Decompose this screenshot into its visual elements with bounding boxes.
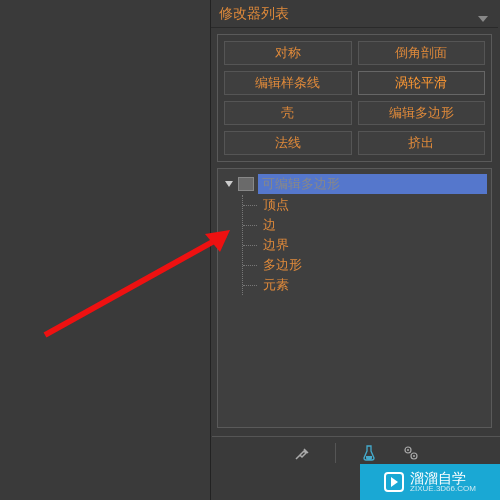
configure-icon[interactable] bbox=[402, 444, 420, 462]
tree-item-element[interactable]: 元素 bbox=[243, 275, 487, 295]
watermark-label: 溜溜自学 bbox=[410, 471, 476, 485]
button-row: 对称 倒角剖面 bbox=[224, 41, 485, 65]
button-row: 法线 挤出 bbox=[224, 131, 485, 155]
button-row: 壳 编辑多边形 bbox=[224, 101, 485, 125]
tree-children: 顶点 边 边界 多边形 元素 bbox=[242, 195, 487, 295]
modifier-buttons-frame: 对称 倒角剖面 编辑样条线 涡轮平滑 壳 编辑多边形 法线 挤出 bbox=[217, 34, 492, 162]
tree-item-vertex[interactable]: 顶点 bbox=[243, 195, 487, 215]
tree-item-label: 多边形 bbox=[263, 256, 302, 274]
watermark-text: 溜溜自学 ZIXUE.3D66.COM bbox=[410, 471, 476, 493]
editable-poly-icon bbox=[238, 177, 254, 191]
play-icon bbox=[384, 472, 404, 492]
normal-button[interactable]: 法线 bbox=[224, 131, 352, 155]
symmetry-button[interactable]: 对称 bbox=[224, 41, 352, 65]
svg-point-3 bbox=[413, 455, 415, 457]
panel-title: 修改器列表 bbox=[219, 5, 289, 23]
turbosmooth-button[interactable]: 涡轮平滑 bbox=[358, 71, 486, 95]
watermark-badge: 溜溜自学 ZIXUE.3D66.COM bbox=[360, 464, 500, 500]
shell-button[interactable]: 壳 bbox=[224, 101, 352, 125]
panel-header[interactable]: 修改器列表 bbox=[211, 0, 498, 28]
extrude-button[interactable]: 挤出 bbox=[358, 131, 486, 155]
tree-root-row[interactable]: 可编辑多边形 bbox=[222, 173, 487, 195]
button-row: 编辑样条线 涡轮平滑 bbox=[224, 71, 485, 95]
tree-root-label[interactable]: 可编辑多边形 bbox=[258, 174, 487, 194]
modifier-panel: 修改器列表 对称 倒角剖面 编辑样条线 涡轮平滑 壳 编辑多边形 法线 挤出 可… bbox=[210, 0, 498, 500]
tree-item-polygon[interactable]: 多边形 bbox=[243, 255, 487, 275]
beaker-icon[interactable] bbox=[360, 444, 378, 462]
tree-item-label: 边界 bbox=[263, 236, 289, 254]
toolbar-divider bbox=[335, 443, 336, 463]
chevron-down-icon bbox=[478, 8, 488, 26]
chamfer-profile-button[interactable]: 倒角剖面 bbox=[358, 41, 486, 65]
edit-spline-button[interactable]: 编辑样条线 bbox=[224, 71, 352, 95]
pin-icon[interactable] bbox=[293, 444, 311, 462]
svg-point-2 bbox=[407, 449, 409, 451]
tree-collapse-icon[interactable] bbox=[222, 177, 236, 191]
tree-item-edge[interactable]: 边 bbox=[243, 215, 487, 235]
tree-item-label: 元素 bbox=[263, 276, 289, 294]
edit-poly-button[interactable]: 编辑多边形 bbox=[358, 101, 486, 125]
watermark-sub: ZIXUE.3D66.COM bbox=[410, 485, 476, 493]
modifier-tree: 可编辑多边形 顶点 边 边界 多边形 元素 bbox=[222, 173, 487, 295]
tree-item-label: 边 bbox=[263, 216, 276, 234]
tree-item-label: 顶点 bbox=[263, 196, 289, 214]
modifier-stack: 可编辑多边形 顶点 边 边界 多边形 元素 bbox=[217, 168, 492, 428]
tree-item-border[interactable]: 边界 bbox=[243, 235, 487, 255]
